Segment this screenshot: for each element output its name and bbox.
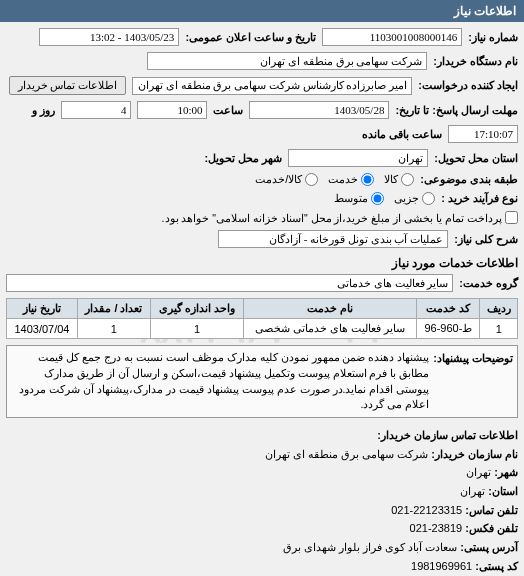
contact-fax-row: تلفن فکس: 23819-021 [6, 519, 518, 538]
th-idx: ردیف [480, 299, 518, 319]
page-header: اطلاعات نیاز [0, 0, 524, 22]
description-box: توضیحات پیشنهاد: پیشنهاد دهنده ضمن ممهور… [6, 345, 518, 418]
contact-address-row: آدرس پستی: سعادت آباد کوی فراز بلوار شهد… [6, 538, 518, 557]
province-label: استان محل تحویل: [434, 152, 518, 165]
contact-province-label: استان: [488, 485, 518, 497]
contact-section: اطلاعات تماس سازمان خریدار: نام سازمان خ… [6, 426, 518, 576]
contact-phone-value: 22123315-021 [391, 504, 462, 516]
cat-both-item[interactable]: کالا/خدمت [255, 173, 318, 186]
table-row: 1 ط-960-96 سایر فعالیت های خدماتی شخصی 1… [7, 319, 518, 339]
org-value: شرکت سهامی برق منطقه ای تهران [265, 448, 428, 460]
contact-postal-label: کد پستی: [475, 560, 518, 572]
contact-address-value: سعادت آباد کوی فراز بلوار شهدای برق [283, 541, 457, 553]
treasury-checkbox[interactable] [505, 211, 518, 224]
contact-fax-value: 23819-021 [410, 522, 463, 534]
th-code: کد خدمت [417, 299, 480, 319]
proc-medium-label: متوسط [334, 192, 368, 205]
td-qty: 1 [77, 319, 150, 339]
td-code: ط-960-96 [417, 319, 480, 339]
treasury-check-item[interactable]: پرداخت تمام یا بخشی از مبلغ خرید،از محل … [162, 211, 518, 224]
contact-section-title: اطلاعات تماس سازمان خریدار: [6, 426, 518, 445]
td-name: سایر فعالیت های خدماتی شخصی [244, 319, 417, 339]
days-remaining-input[interactable] [61, 101, 131, 119]
cat-goods-item[interactable]: کالا [384, 173, 414, 186]
contact-phone-row: تلفن تماس: 22123315-021 [6, 501, 518, 520]
remaining-label: ساعت باقی مانده [362, 128, 442, 141]
need-number-label: شماره نیاز: [468, 31, 518, 44]
contact-province-value: تهران [460, 485, 485, 497]
contact-postal-value: 1981969961 [411, 560, 472, 572]
process-label: نوع فرآیند خرید : [441, 192, 518, 205]
subject-label: شرح کلی نیاز: [454, 233, 518, 246]
deadline-time-input[interactable] [137, 101, 207, 119]
category-radio-group: کالا خدمت کالا/خدمت [255, 173, 414, 186]
time-remaining-input[interactable] [448, 125, 518, 143]
main-content: شماره نیاز: تاریخ و ساعت اعلان عمومی: نا… [0, 22, 524, 576]
contact-province-row: استان: تهران [6, 482, 518, 501]
page-title: اطلاعات نیاز [454, 4, 516, 18]
cat-goods-radio[interactable] [401, 173, 414, 186]
services-table: ردیف کد خدمت نام خدمت واحد اندازه گیری ت… [6, 298, 518, 339]
contact-phone-label: تلفن تماس: [465, 504, 518, 516]
requester-label: ایجاد کننده درخواست: [418, 79, 518, 92]
process-radio-group: جزیی متوسط [334, 192, 435, 205]
cat-service-radio[interactable] [361, 173, 374, 186]
subject-input[interactable] [218, 230, 448, 248]
cat-both-radio[interactable] [305, 173, 318, 186]
announce-input[interactable] [39, 28, 179, 46]
requester-input[interactable] [132, 77, 412, 95]
time-label-1: ساعت [213, 104, 243, 117]
process-note: پرداخت تمام یا بخشی از مبلغ خرید،از محل … [162, 212, 502, 224]
cat-service-item[interactable]: خدمت [328, 173, 374, 186]
contact-city-row: شهر: تهران [6, 463, 518, 482]
proc-small-radio[interactable] [422, 192, 435, 205]
days-label: روز و [32, 104, 55, 117]
description-label: توضیحات پیشنهاد: [433, 350, 513, 413]
deadline-label: مهلت ارسال پاسخ: تا تاریخ: [395, 104, 518, 117]
org-label: نام سازمان خریدار: [431, 448, 518, 460]
buyer-name-input[interactable] [147, 52, 427, 70]
province-input[interactable] [288, 149, 428, 167]
td-date: 1403/07/04 [7, 319, 78, 339]
th-name: نام خدمت [244, 299, 417, 319]
proc-medium-radio[interactable] [371, 192, 384, 205]
th-qty: تعداد / مقدار [77, 299, 150, 319]
contact-fax-label: تلفن فکس: [465, 522, 518, 534]
proc-medium-item[interactable]: متوسط [334, 192, 384, 205]
th-unit: واحد اندازه گیری [150, 299, 243, 319]
services-section-title: اطلاعات خدمات مورد نیاز [6, 256, 518, 270]
need-number-input[interactable] [322, 28, 462, 46]
contact-org-row: نام سازمان خریدار: شرکت سهامی برق منطقه … [6, 445, 518, 464]
service-group-label: گروه خدمت: [459, 277, 518, 290]
contact-buyer-button[interactable]: اطلاعات تماس خریدار [9, 76, 127, 95]
cat-both-label: کالا/خدمت [255, 173, 302, 186]
category-label: طبقه بندی موضوعی: [420, 173, 518, 186]
contact-city-label: شهر: [494, 466, 518, 478]
contact-address-label: آدرس پستی: [460, 541, 518, 553]
contact-postal-row: کد پستی: 1981969961 [6, 557, 518, 576]
td-idx: 1 [480, 319, 518, 339]
proc-small-item[interactable]: جزیی [394, 192, 435, 205]
buyer-name-label: نام دستگاه خریدار: [433, 55, 518, 68]
proc-small-label: جزیی [394, 192, 419, 205]
deadline-date-input[interactable] [249, 101, 389, 119]
table-header-row: ردیف کد خدمت نام خدمت واحد اندازه گیری ت… [7, 299, 518, 319]
announce-label: تاریخ و ساعت اعلان عمومی: [185, 31, 316, 44]
description-text: پیشنهاد دهنده ضمن ممهور نمودن کلیه مدارک… [11, 350, 429, 413]
city-label: شهر محل تحویل: [204, 152, 282, 165]
td-unit: 1 [150, 319, 243, 339]
contact-city-value: تهران [466, 466, 491, 478]
service-group-input[interactable] [6, 274, 453, 292]
cat-service-label: خدمت [328, 173, 358, 186]
th-date: تاریخ نیاز [7, 299, 78, 319]
cat-goods-label: کالا [384, 173, 398, 186]
